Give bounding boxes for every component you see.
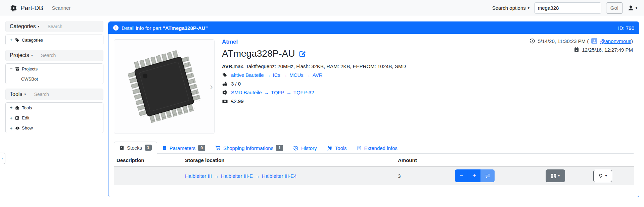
manufacturer-link[interactable]: Atmel xyxy=(222,39,238,45)
storage-location-link[interactable]: Halbleiter III-E4 xyxy=(262,173,296,179)
led-locate-dropdown-button[interactable]: ▾ xyxy=(593,170,612,182)
stock-summary-row: 3 / 0 xyxy=(222,81,406,87)
projects-dropdown[interactable]: Projects ▾ xyxy=(10,52,33,58)
chevron-left-icon: ‹ xyxy=(2,156,3,161)
swap-arrows-icon xyxy=(485,173,491,178)
modified-suffix: ) xyxy=(631,38,633,44)
expand-toggle[interactable]: + xyxy=(10,125,15,131)
nav-item-scanner[interactable]: Scanner xyxy=(52,5,71,11)
arrow-icon: → xyxy=(284,90,293,95)
label-qr-dropdown-button[interactable]: ▾ xyxy=(546,169,565,182)
header-part-name: "ATmega328P-AU" xyxy=(163,25,208,31)
footprint-link[interactable]: SMD Bauteile xyxy=(231,90,262,95)
decrease-amount-button[interactable]: − xyxy=(455,169,468,182)
category-link[interactable]: AVR xyxy=(313,72,323,78)
tab-parameters[interactable]: Parameters 0 xyxy=(157,142,210,154)
modified-user-link[interactable]: @anonymous xyxy=(600,38,631,44)
search-options-dropdown[interactable]: Search options ▾ xyxy=(492,5,530,11)
category-link[interactable]: MCUs xyxy=(289,72,304,78)
tools-dropdown[interactable]: Tools ▾ xyxy=(10,91,26,97)
tree-item-tools[interactable]: + Tools xyxy=(6,103,103,113)
parameters-icon xyxy=(162,146,167,151)
tree-item-categories[interactable]: + Categories xyxy=(6,35,103,45)
footprint-link[interactable]: TQFP xyxy=(271,90,284,95)
part-info: Atmel ATmega328P-AU AVR,max. Taktfrequen… xyxy=(222,39,406,104)
part-id: ID: 790 xyxy=(618,25,634,31)
projects-search-input[interactable] xyxy=(41,53,81,58)
storage-location-link[interactable]: Halbleiter III-E xyxy=(221,173,253,179)
stock-actions: − + xyxy=(452,167,634,185)
increase-amount-button[interactable]: + xyxy=(468,169,480,182)
sidebar-panel-categories: Categories ▾ + Categories xyxy=(5,21,103,45)
tab-badge: 0 xyxy=(198,145,205,151)
toolbox-icon xyxy=(15,106,22,110)
tree-item-cwsbot[interactable]: CWSBot xyxy=(6,74,103,84)
categories-search-input[interactable] xyxy=(47,24,88,29)
microchip-logo-icon xyxy=(10,4,17,12)
last-modified-row: 5/14/20, 11:30:23 PM ( @anonymous) xyxy=(530,37,633,45)
header-prefix: Detail info for part xyxy=(122,25,163,31)
stock-row: Halbleiter III→Halbleiter III-E→Halbleit… xyxy=(114,166,634,185)
part-image-box[interactable]: › xyxy=(114,39,215,134)
part-name: ATmega328P-AU xyxy=(222,48,295,59)
tree-item-label: Show xyxy=(22,125,33,131)
user-menu-dropdown[interactable]: ▾ xyxy=(628,5,639,11)
brand-title: Part-DB xyxy=(20,4,43,12)
expand-toggle[interactable]: + xyxy=(10,37,15,43)
created-datetime: 12/25/16, 12:27:49 PM xyxy=(582,47,633,53)
footprint-breadcrumb: SMD Bauteile→TQFP→TQFP-32 xyxy=(231,90,314,95)
category-link[interactable]: aktive Bauteile xyxy=(231,72,264,78)
tab-label: Parameters xyxy=(170,145,196,151)
arrow-icon: → xyxy=(212,173,221,179)
tree-item-show[interactable]: + Show xyxy=(6,123,103,133)
go-button[interactable]: Go! xyxy=(606,2,623,14)
stock-summary: 3 / 0 xyxy=(231,81,241,87)
part-tabs: Stocks 1 Parameters 0 xyxy=(114,141,634,154)
amount-button-group: − + xyxy=(455,169,495,182)
description-bold: AVR, xyxy=(222,63,234,69)
tab-extended-infos[interactable]: Extended infos xyxy=(352,143,403,154)
image-next-chevron-icon[interactable]: › xyxy=(210,82,213,91)
tab-badge: 1 xyxy=(276,145,283,151)
tab-label: History xyxy=(301,145,317,151)
chevron-down-icon: ▾ xyxy=(24,93,26,96)
categories-panel-header: Categories ▾ xyxy=(5,21,103,32)
projects-title: Projects xyxy=(10,52,29,58)
collapse-toggle[interactable]: − xyxy=(10,66,15,71)
chevron-down-icon: ▾ xyxy=(558,174,560,177)
category-link[interactable]: ICs xyxy=(273,72,281,78)
category-row: aktive Bauteile→ICs→MCUs→AVR xyxy=(222,72,406,78)
tab-stocks[interactable]: Stocks 1 xyxy=(114,142,157,154)
stocks-table-header: Description Storage location Amount xyxy=(114,155,634,166)
chevron-down-icon: ▾ xyxy=(31,54,33,57)
categories-dropdown[interactable]: Categories ▾ xyxy=(10,23,39,30)
tools-search-input[interactable] xyxy=(34,92,74,97)
column-header-amount: Amount xyxy=(395,155,452,166)
timestamps: 5/14/20, 11:30:23 PM ( @anonymous) xyxy=(530,37,633,54)
tab-tools[interactable]: Tools xyxy=(322,143,352,154)
stocks-table: Description Storage location Amount Halb… xyxy=(114,155,634,185)
sidebar-collapse-handle[interactable]: ‹ xyxy=(0,153,5,164)
tag-icon xyxy=(15,38,22,42)
edit-part-icon[interactable] xyxy=(299,50,306,57)
expand-toggle[interactable]: + xyxy=(10,105,15,110)
tab-label: Shopping informations xyxy=(223,145,273,151)
tab-shopping-informations[interactable]: Shopping informations 1 xyxy=(210,142,288,154)
money-bill-icon xyxy=(222,99,228,104)
price-row: €2.99 xyxy=(222,98,406,104)
stock-description xyxy=(114,173,182,178)
tree-item-projects[interactable]: − Projects xyxy=(6,64,103,74)
brand[interactable]: Part-DB xyxy=(10,4,43,12)
tree-item-edit[interactable]: + Edit xyxy=(6,113,103,123)
move-stock-button[interactable] xyxy=(480,169,495,182)
tab-badge: 1 xyxy=(145,145,152,151)
expand-toggle[interactable]: + xyxy=(10,115,15,121)
tab-history[interactable]: History xyxy=(288,143,322,154)
header-text: Detail info for part "ATmega328P-AU" xyxy=(122,25,208,31)
storage-location-link[interactable]: Halbleiter III xyxy=(185,173,212,179)
search-input[interactable] xyxy=(534,2,601,14)
footprint-link[interactable]: TQFP-32 xyxy=(293,90,314,95)
created-row: 12/25/16, 12:27:49 PM xyxy=(530,45,633,54)
modified-datetime: 5/14/20, 11:30:23 PM ( xyxy=(538,38,589,44)
tree-item-label: Categories xyxy=(22,38,43,43)
